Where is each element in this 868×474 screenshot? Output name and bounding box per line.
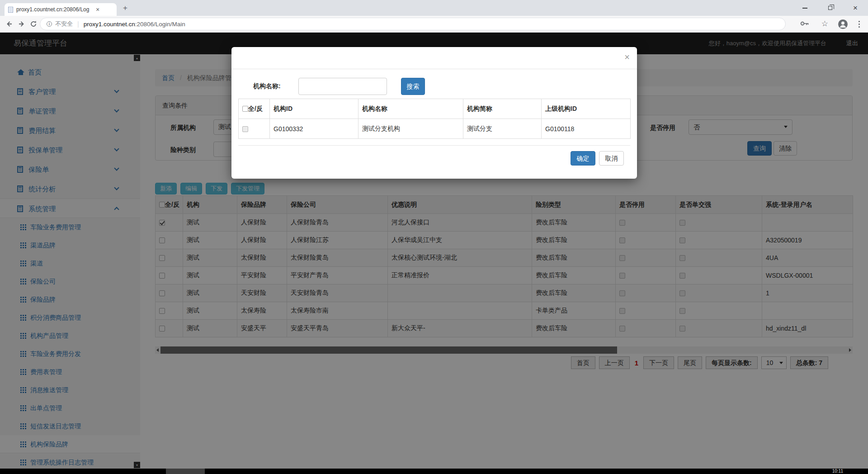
window-close-button[interactable]: × (843, 0, 868, 16)
password-key-icon[interactable] (800, 20, 809, 27)
browser-tab[interactable]: proxy1.countnet.cn:20806/Log × (5, 3, 117, 16)
page-info-icon[interactable]: i (47, 21, 52, 27)
modal-org-table: 全/反 机构ID 机构名称 机构简称 上级机构ID G0100332 测试分支机… (238, 99, 631, 139)
modal-select-all-checkbox[interactable] (242, 106, 248, 112)
modal-row-checkbox[interactable] (242, 126, 248, 132)
column-header: 机构名称 (359, 99, 463, 119)
url-divider: | (77, 20, 79, 28)
org-parent-id-cell: G0100118 (542, 119, 631, 139)
modal-close-icon[interactable]: × (624, 52, 630, 62)
taskbar-app[interactable] (166, 469, 205, 474)
taskbar-clock: 10:11 (832, 469, 843, 474)
column-header: 机构ID (270, 99, 359, 119)
modal-search-button[interactable]: 搜索 (401, 78, 425, 95)
taskbar: 10:11 (0, 469, 868, 474)
new-tab-button[interactable]: + (123, 4, 127, 13)
org-name-cell: 测试分支机构 (359, 119, 463, 139)
reload-icon[interactable] (30, 20, 37, 28)
tab-title: proxy1.countnet.cn:20806/Log (16, 6, 94, 13)
minimize-icon (802, 8, 807, 9)
forward-icon[interactable] (18, 20, 25, 28)
org-name-input[interactable] (298, 78, 387, 95)
restore-icon (828, 6, 832, 10)
column-header: 上级机构ID (542, 99, 631, 119)
browser-toolbar: i 不安全 | proxy1.countnet.cn:20806/Login/M… (0, 16, 868, 33)
tab-strip: proxy1.countnet.cn:20806/Log × + × (0, 0, 868, 16)
window-restore-button[interactable] (817, 0, 843, 16)
back-icon[interactable] (5, 20, 13, 28)
security-label: 不安全 (55, 20, 73, 28)
tab-close-icon[interactable]: × (96, 6, 99, 13)
modal-table-header-row: 全/反 机构ID 机构名称 机构简称 上级机构ID (239, 99, 631, 119)
url-path: :20806/Login/Main (135, 21, 185, 28)
modal-footer: 确定 取消 (238, 145, 630, 179)
org-short-name-cell: 测试分支 (463, 119, 542, 139)
window-minimize-button[interactable] (792, 0, 817, 16)
bookmark-star-icon[interactable]: ☆ (821, 19, 828, 28)
browser-chrome: proxy1.countnet.cn:20806/Log × + × i 不安全… (0, 0, 868, 33)
profile-avatar[interactable] (838, 19, 848, 29)
org-select-modal: × 机构名称: 搜索 全/反 机构ID 机构名称 机构简称 上级机构ID G01… (231, 47, 637, 179)
modal-ok-button[interactable]: 确定 (571, 151, 595, 166)
modal-table-row[interactable]: G0100332 测试分支机构 测试分支 G0100118 (239, 119, 631, 139)
close-icon: × (853, 4, 858, 12)
chrome-menu-icon[interactable] (859, 20, 860, 25)
org-id-cell: G0100332 (270, 119, 359, 139)
modal-header: × (231, 47, 637, 69)
column-header: 全/反 (248, 105, 263, 112)
column-header: 机构简称 (463, 99, 542, 119)
url-domain: proxy1.countnet.cn (84, 21, 135, 28)
tab-favicon-icon (8, 7, 13, 13)
org-name-label: 机构名称: (253, 82, 281, 90)
modal-cancel-button[interactable]: 取消 (599, 151, 624, 166)
url-bar[interactable]: i 不安全 | proxy1.countnet.cn:20806/Login/M… (40, 18, 786, 30)
